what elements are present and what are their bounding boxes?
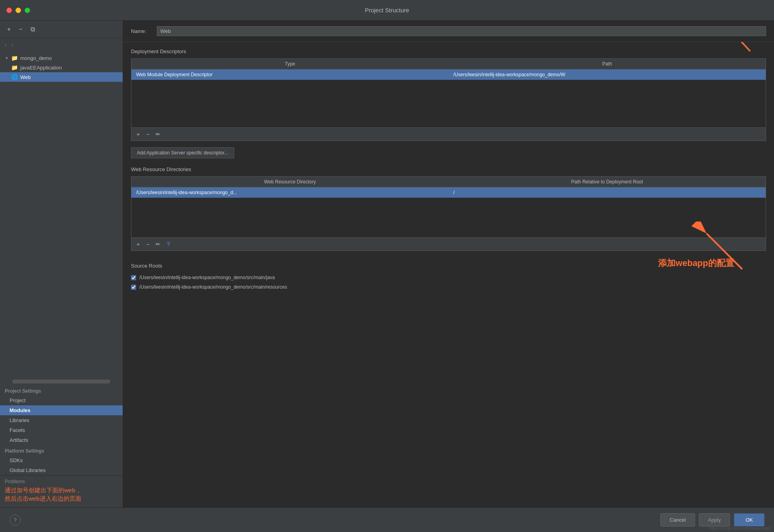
folder-icon: 📁 (11, 55, 18, 61)
sidebar-item-sdks[interactable]: SDKs (0, 455, 123, 465)
sidebar-item-project[interactable]: Project (0, 395, 123, 405)
main-container: + − ⧉ ‹ › ▼ 📁 mongo_demo 📁 javaEEApplica… (0, 21, 774, 507)
remove-module-button[interactable]: − (16, 25, 25, 34)
edit-web-resource-button[interactable]: ✏ (154, 240, 162, 248)
empty-space (131, 80, 766, 127)
tree-item-label-mongo-demo: mongo_demo (20, 55, 52, 61)
footer-left: ? (10, 515, 21, 526)
watermark: https://blog.csdn.net/dataiyangu (709, 526, 771, 530)
problems-label: Problems (5, 479, 81, 484)
deployment-descriptors-table-header: Type Path (131, 59, 766, 69)
tree-item-label-javaee: javaEEApplication (20, 65, 62, 71)
back-button[interactable]: ‹ (5, 42, 7, 48)
deployment-descriptor-row[interactable]: Web Module Deployment Descriptor /Users/… (131, 69, 766, 80)
path-column-header: Path (449, 59, 766, 69)
nav-back-row: ‹ › (0, 38, 123, 52)
titlebar: Project Structure (0, 0, 774, 21)
add-web-resource-button[interactable]: + (135, 240, 142, 248)
sidebar-item-global-libraries[interactable]: Global Libraries (0, 465, 123, 475)
tree-item-javaee[interactable]: 📁 javaEEApplication (0, 63, 123, 72)
empty-space-2 (131, 198, 766, 237)
ok-button[interactable]: OK (734, 513, 764, 526)
toolbar-row: + − ⧉ (0, 21, 123, 38)
platform-settings-section-label: Platform Settings (0, 445, 123, 455)
right-content-wrapper: Deployment Descriptors Type Path Web Mod… (123, 42, 774, 507)
remove-web-resource-button[interactable]: − (144, 240, 151, 248)
sidebar-label-project: Project (10, 397, 25, 403)
bottom-panel: Problems 通过加号创建出下面的web，然后点击web进入右边的页面 (0, 475, 123, 507)
source-root-checkbox-1[interactable] (131, 285, 136, 290)
source-root-row-1: /Users/leesin/intellij-idea-workspace/mo… (131, 282, 766, 292)
folder-icon-web: 🌐 (11, 74, 18, 80)
minimize-button[interactable] (15, 8, 21, 13)
forward-button[interactable]: › (12, 42, 13, 48)
name-row: Name: (123, 21, 774, 42)
close-button[interactable] (6, 8, 12, 13)
sidebar-label-modules: Modules (10, 407, 31, 413)
tree-area: ▼ 📁 mongo_demo 📁 javaEEApplication 🌐 Web (0, 52, 123, 378)
window-title: Project Structure (365, 7, 409, 13)
tree-item-label-web: Web (20, 74, 31, 80)
web-resource-directories-section-title: Web Resource Directories (131, 166, 766, 172)
cancel-button[interactable]: Cancel (660, 513, 695, 526)
sidebar-item-libraries[interactable]: Libraries (0, 415, 123, 425)
type-column-header: Type (131, 59, 449, 69)
annotation-text: 通过加号创建出下面的web，然后点击web进入右边的页面 (5, 484, 81, 504)
add-module-button[interactable]: + (5, 25, 13, 34)
module-name-input[interactable] (157, 26, 766, 36)
edit-descriptor-button[interactable]: ✏ (154, 130, 162, 138)
remove-descriptor-button[interactable]: − (144, 130, 151, 138)
descriptor-type-cell: Web Module Deployment Descriptor (131, 69, 449, 80)
right-panel: Name: Deployment Descriptors Type Path W… (123, 21, 774, 507)
web-resource-toolbar: + − ✏ ? (131, 237, 766, 251)
annotation-add-webxml: 添加web.xml的配置 (656, 42, 734, 43)
web-resource-path-cell: / (449, 187, 766, 198)
source-root-row-0: /Users/leesin/intellij-idea-workspace/mo… (131, 273, 766, 282)
add-descriptor-button[interactable]: + (135, 130, 142, 138)
source-root-path-1: /Users/leesin/intellij-idea-workspace/mo… (139, 284, 287, 290)
source-roots-section-title: Source Roots (131, 263, 766, 269)
sidebar-label-artifacts: Artifacts (10, 437, 28, 443)
maximize-button[interactable] (25, 8, 30, 13)
copy-module-button[interactable]: ⧉ (28, 25, 37, 34)
sidebar-item-facets[interactable]: Facets (0, 425, 123, 435)
sidebar-label-sdks: SDKs (10, 457, 23, 463)
help-web-resource-button[interactable]: ? (165, 240, 172, 248)
content-area: Deployment Descriptors Type Path Web Mod… (123, 42, 774, 507)
deployment-descriptors-table: Type Path Web Module Deployment Descript… (131, 58, 766, 141)
tree-item-web[interactable]: 🌐 Web (0, 72, 123, 82)
project-settings-section-label: Project Settings (0, 385, 123, 395)
expand-arrow-icon: ▼ (5, 56, 9, 60)
deployment-descriptors-toolbar: + − ✏ (131, 127, 766, 141)
sidebar-item-modules[interactable]: Modules (0, 405, 123, 415)
sidebar-label-global-libraries: Global Libraries (10, 467, 46, 473)
source-root-checkbox-0[interactable] (131, 275, 136, 280)
horizontal-scrollbar[interactable] (12, 380, 110, 384)
web-resource-dir-cell: /Users/leesin/intellij-idea-workspace/mo… (131, 187, 449, 198)
source-root-path-0: /Users/leesin/intellij-idea-workspace/mo… (139, 275, 275, 280)
footer: ? Cancel Apply OK (0, 507, 774, 532)
folder-icon-javaee: 📁 (11, 64, 18, 71)
web-resource-dir-header: Web Resource Directory (131, 177, 449, 187)
descriptor-path-cell: /Users/leesin/intellij-idea-workspace/mo… (449, 69, 766, 80)
web-resource-table-header: Web Resource Directory Path Relative to … (131, 177, 766, 187)
apply-button[interactable]: Apply (699, 513, 730, 526)
traffic-lights (6, 8, 30, 13)
deployment-descriptors-section-title: Deployment Descriptors (131, 48, 766, 54)
name-label: Name: (131, 28, 153, 34)
add-app-server-descriptor-button[interactable]: Add Application Server specific descript… (131, 147, 234, 158)
sidebar-label-facets: Facets (10, 427, 25, 433)
tree-item-mongo-demo[interactable]: ▼ 📁 mongo_demo (0, 53, 123, 63)
sidebar-item-artifacts[interactable]: Artifacts (0, 435, 123, 445)
web-resource-directories-table: Web Resource Directory Path Relative to … (131, 176, 766, 251)
help-button[interactable]: ? (10, 515, 21, 526)
left-panel: + − ⧉ ‹ › ▼ 📁 mongo_demo 📁 javaEEApplica… (0, 21, 123, 507)
sidebar-label-libraries: Libraries (10, 417, 29, 423)
path-relative-header: Path Relative to Deployment Root (449, 177, 766, 187)
web-resource-row[interactable]: /Users/leesin/intellij-idea-workspace/mo… (131, 187, 766, 198)
